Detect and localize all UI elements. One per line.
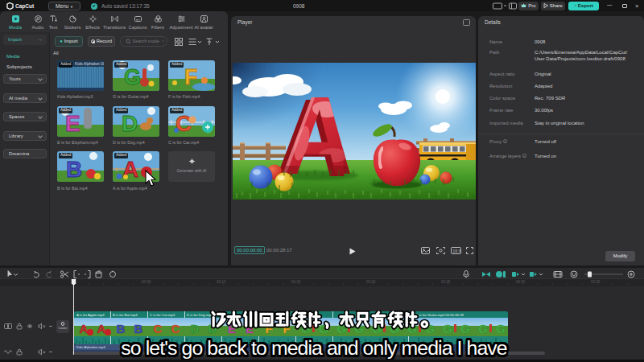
svg-text:Kids Alphabet 00:16: Kids Alphabet 00:16: [75, 61, 104, 66]
svg-text:A: A: [97, 322, 106, 335]
svg-text:B: B: [117, 322, 126, 335]
svg-text:C: C: [154, 322, 163, 335]
svg-text:A: A: [80, 322, 89, 335]
svg-text:G: G: [443, 322, 452, 335]
svg-text:G: G: [478, 322, 488, 335]
svg-text:D: D: [191, 322, 200, 335]
svg-text:E: E: [65, 111, 80, 136]
svg-text:G: G: [496, 322, 506, 335]
svg-text:C: C: [171, 322, 180, 335]
svg-text:B: B: [66, 157, 82, 182]
svg-text:B: B: [134, 322, 143, 335]
svg-text:G: G: [124, 65, 141, 89]
svg-text:C: C: [175, 111, 192, 136]
svg-text:D: D: [122, 111, 138, 136]
svg-text:16:9: 16:9: [452, 249, 461, 253]
svg-text:G: G: [460, 322, 470, 335]
svg-text:F: F: [184, 65, 198, 89]
